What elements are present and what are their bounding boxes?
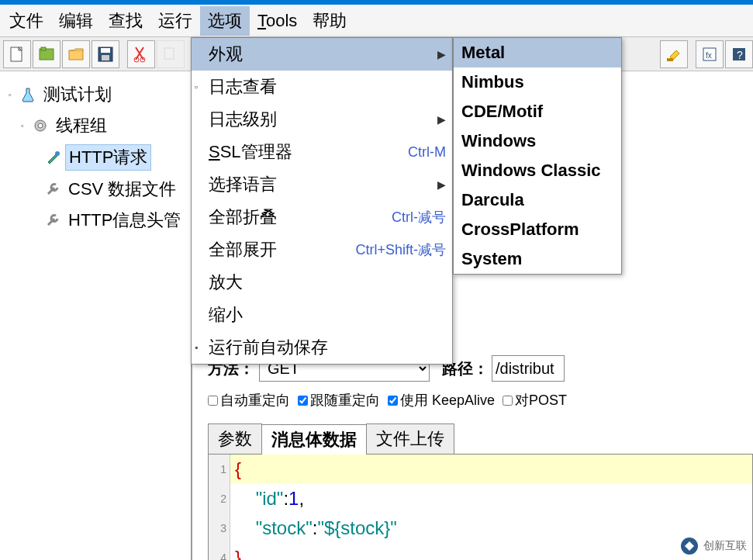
- tree-label: 测试计划: [40, 82, 115, 107]
- checkbox-icon: ▫: [195, 81, 198, 92]
- menu-item-expand-all[interactable]: 全部展开Ctrl+Shift-减号: [192, 233, 452, 266]
- shortcut-label: Ctrl-减号: [392, 208, 446, 226]
- check-keepalive[interactable]: 使用 KeepAlive: [388, 391, 495, 410]
- submenu-arrow-icon: ▶: [437, 178, 446, 191]
- tree-node-test-plan[interactable]: ◦ 测试计划: [0, 79, 191, 110]
- theme-metal[interactable]: Metal: [454, 38, 621, 67]
- svg-text:fx: fx: [706, 51, 712, 60]
- checkbox-row: 自动重定向 跟随重定向 使用 KeepAlive 对POST: [208, 391, 753, 410]
- pipette-icon: [43, 148, 62, 167]
- menu-item-log-viewer[interactable]: ▫ 日志查看: [192, 71, 452, 103]
- path-input[interactable]: [492, 355, 565, 382]
- toolbar-copy-icon[interactable]: [157, 40, 185, 68]
- watermark: 创新互联: [677, 535, 750, 557]
- shortcut-label: Ctrl-M: [408, 144, 446, 161]
- theme-cde-motif[interactable]: CDE/Motif: [454, 97, 621, 126]
- toolbar-templates-icon[interactable]: [33, 40, 60, 68]
- tree-node-csv[interactable]: CSV 数据文件: [0, 174, 191, 205]
- tree-label: CSV 数据文件: [65, 177, 179, 202]
- tree-label: HTTP信息头管: [65, 208, 184, 233]
- menu-edit[interactable]: 编辑: [51, 6, 101, 36]
- menu-file[interactable]: 文件: [2, 6, 51, 36]
- tree-toggle-icon[interactable]: ◦: [5, 89, 16, 100]
- wrench-icon: [43, 211, 62, 230]
- tree-node-http-request[interactable]: HTTP请求: [0, 141, 191, 174]
- tree-panel: ◦ 测试计划 ◦ 线程组 HTTP请求 CSV 数据文件 HTTP信息头管: [0, 71, 192, 560]
- menu-search[interactable]: 查找: [101, 6, 150, 36]
- check-follow-redirect[interactable]: 跟随重定向: [298, 391, 380, 410]
- svg-text:?: ?: [737, 49, 743, 61]
- submenu-arrow-icon: ▶: [437, 48, 446, 60]
- menu-item-collapse-all[interactable]: 全部折叠Ctrl-减号: [192, 201, 452, 233]
- appearance-submenu: Metal Nimbus CDE/Motif Windows Windows C…: [453, 37, 622, 275]
- svg-point-16: [38, 123, 43, 128]
- body-editor[interactable]: 1234 { "id":1, "stock":"${stock}" }: [208, 455, 753, 560]
- check-post-multipart[interactable]: 对POST: [503, 391, 567, 410]
- menu-item-log-level[interactable]: 日志级别▶: [192, 103, 452, 136]
- tree-label: HTTP请求: [65, 144, 151, 171]
- check-auto-redirect[interactable]: 自动重定向: [208, 391, 290, 410]
- svg-rect-6: [102, 55, 109, 60]
- shortcut-label: Ctrl+Shift-减号: [355, 240, 446, 259]
- submenu-arrow-icon: ▶: [437, 113, 446, 126]
- options-dropdown: 外观▶ ▫ 日志查看 日志级别▶ SSL管理器Ctrl-M 选择语言▶ 全部折叠…: [191, 37, 453, 365]
- tree-label: 线程组: [53, 113, 110, 138]
- svg-rect-10: [667, 58, 673, 61]
- logo-icon: [680, 537, 699, 555]
- tree-node-header-manager[interactable]: HTTP信息头管: [0, 205, 191, 236]
- toolbar-save-icon[interactable]: [92, 40, 119, 68]
- menu-item-zoom-out[interactable]: 缩小: [192, 299, 452, 331]
- toolbar-clear-icon[interactable]: [660, 40, 688, 68]
- menu-item-appearance[interactable]: 外观▶: [192, 38, 452, 71]
- tab-params[interactable]: 参数: [208, 423, 262, 454]
- checkbox-icon: ▪: [195, 342, 198, 353]
- toolbar-new-icon[interactable]: [3, 40, 31, 68]
- toolbar-help-icon[interactable]: ?: [725, 40, 753, 68]
- theme-windows-classic[interactable]: Windows Classic: [454, 156, 621, 185]
- menu-tools[interactable]: Tools: [250, 8, 305, 34]
- tree-node-thread-group[interactable]: ◦ 线程组: [0, 110, 191, 141]
- theme-nimbus[interactable]: Nimbus: [454, 67, 621, 97]
- code-area[interactable]: { "id":1, "stock":"${stock}" }: [230, 455, 752, 560]
- svg-rect-3: [69, 50, 83, 60]
- svg-rect-2: [41, 47, 46, 50]
- tab-file[interactable]: 文件上传: [366, 423, 454, 454]
- theme-windows[interactable]: Windows: [454, 126, 621, 156]
- theme-darcula[interactable]: Darcula: [454, 185, 621, 215]
- flask-icon: [19, 85, 37, 104]
- theme-crossplatform[interactable]: CrossPlatform: [454, 215, 621, 244]
- menu-help[interactable]: 帮助: [305, 6, 354, 36]
- menu-item-zoom-in[interactable]: 放大: [192, 266, 452, 299]
- wrench-icon: [43, 180, 62, 199]
- svg-rect-5: [101, 48, 110, 53]
- toolbar-open-icon[interactable]: [62, 40, 90, 68]
- menu-run[interactable]: 运行: [150, 6, 200, 36]
- svg-point-17: [55, 151, 60, 156]
- menu-item-save-before-run[interactable]: ▪ 运行前自动保存: [192, 331, 452, 364]
- toolbar-functions-icon[interactable]: fx: [696, 40, 724, 68]
- menu-item-ssl-manager[interactable]: SSL管理器Ctrl-M: [192, 136, 452, 168]
- svg-rect-9: [164, 48, 174, 59]
- tab-body[interactable]: 消息体数据: [261, 424, 367, 455]
- tree-toggle-icon[interactable]: ◦: [17, 120, 28, 131]
- menubar: 文件 编辑 查找 运行 选项 Tools 帮助: [0, 5, 753, 37]
- menu-item-choose-language[interactable]: 选择语言▶: [192, 168, 452, 201]
- gutter: 1234: [209, 455, 230, 560]
- tabs: 参数 消息体数据 文件上传: [208, 423, 753, 455]
- watermark-text: 创新互联: [703, 539, 747, 553]
- theme-system[interactable]: System: [454, 244, 621, 274]
- gear-icon: [31, 116, 50, 135]
- toolbar-cut-icon[interactable]: [127, 40, 155, 68]
- menu-options[interactable]: 选项: [200, 6, 250, 36]
